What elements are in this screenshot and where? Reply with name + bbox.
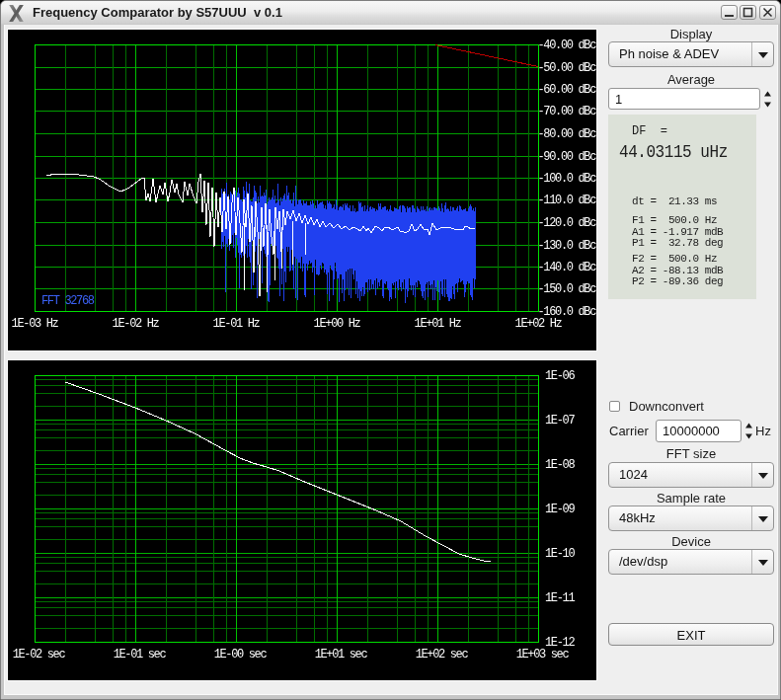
- svg-text:-80.00 dBc: -80.00 dBc: [538, 127, 597, 141]
- svg-text:-110.0 dBc: -110.0 dBc: [538, 194, 597, 207]
- svg-text:1E-08: 1E-08: [545, 458, 575, 472]
- svg-text:1E-00 sec: 1E-00 sec: [214, 648, 268, 661]
- svg-text:-130.0 dBc: -130.0 dBc: [538, 239, 597, 253]
- svg-text:1E-10: 1E-10: [545, 547, 575, 561]
- svg-text:-50.00 dBc: -50.00 dBc: [538, 61, 597, 75]
- svg-text:1E-02 Hz: 1E-02 Hz: [113, 317, 160, 331]
- svg-text:-90.00 dBc: -90.00 dBc: [538, 150, 597, 164]
- svg-text:-140.0 dBc: -140.0 dBc: [538, 261, 597, 274]
- svg-text:1E+01 sec: 1E+01 sec: [315, 648, 368, 661]
- svg-text:1E-07: 1E-07: [545, 414, 575, 428]
- svg-text:-120.0 dBc: -120.0 dBc: [538, 216, 597, 230]
- svg-text:1E-02 sec: 1E-02 sec: [13, 648, 66, 661]
- svg-text:-150.0 dBc: -150.0 dBc: [538, 282, 597, 296]
- svg-text:1E+00 Hz: 1E+00 Hz: [314, 317, 361, 331]
- svg-text:1E-11: 1E-11: [545, 591, 575, 605]
- svg-text:1E+01 Hz: 1E+01 Hz: [415, 317, 462, 331]
- svg-text:-60.00 dBc: -60.00 dBc: [538, 83, 597, 97]
- svg-text:1E+02 Hz: 1E+02 Hz: [515, 317, 563, 331]
- svg-text:1E-06: 1E-06: [545, 369, 575, 383]
- svg-text:1E-09: 1E-09: [545, 503, 575, 516]
- svg-text:-40.00 dBc: -40.00 dBc: [538, 39, 597, 52]
- svg-text:1E-03 Hz: 1E-03 Hz: [12, 317, 59, 331]
- svg-text:-70.00 dBc: -70.00 dBc: [538, 105, 597, 118]
- svg-text:1E+03 sec: 1E+03 sec: [516, 648, 570, 661]
- svg-text:-100.0 dBc: -100.0 dBc: [538, 172, 597, 186]
- svg-text:FFT 32768: FFT 32768: [41, 294, 95, 308]
- svg-text:1E-01 Hz: 1E-01 Hz: [213, 317, 261, 331]
- svg-text:1E+02 sec: 1E+02 sec: [416, 648, 469, 661]
- svg-text:1E-01 sec: 1E-01 sec: [114, 648, 167, 661]
